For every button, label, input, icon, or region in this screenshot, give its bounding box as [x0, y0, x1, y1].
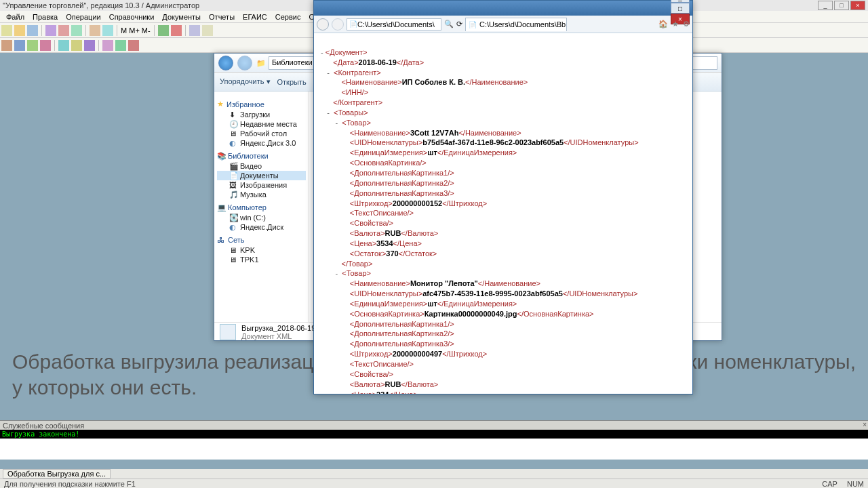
window-tabs: Обработка Выгрузка для с... [0, 469, 868, 479]
t2-icon[interactable] [128, 40, 139, 51]
t2-icon[interactable] [40, 40, 51, 51]
statusbar: Для получения подсказки нажмите F1 CAP N… [0, 479, 868, 488]
messages-panel: Служебные сообщения× Выгрузка закончена! [0, 420, 868, 460]
home-icon[interactable]: 🏠 [658, 20, 668, 28]
ie-window: _ □ × 📄 C:\Users\d\Documents\ 🔍 ⟳ 📄 C:\U… [313, 0, 693, 394]
music-icon: 🎵 [229, 190, 237, 199]
tree-item[interactable]: ◐Яндекс.Диск [217, 222, 306, 232]
tree-item[interactable]: 💽win (C:) [217, 213, 306, 222]
t2-icon[interactable] [71, 40, 82, 51]
tree-item-documents[interactable]: 📄Документы [217, 171, 306, 180]
close-button[interactable]: × [850, 1, 865, 10]
app-title: "Управление торговлей", редакция 10.3 / … [3, 1, 199, 9]
gear-icon[interactable]: ⚙ [683, 20, 690, 28]
pc-icon: 🖥 [229, 246, 237, 254]
stop-icon[interactable] [171, 25, 182, 36]
xml-file-icon [220, 324, 236, 340]
tree-item[interactable]: 🕘Недавние места [217, 119, 306, 129]
tree-item[interactable]: 🎵Музыка [217, 190, 306, 199]
num-indicator: NUM [847, 480, 864, 488]
tree-item[interactable]: 🖥Рабочий стол [217, 129, 306, 138]
print-icon[interactable] [90, 25, 100, 36]
ie-maximize-button[interactable]: □ [671, 3, 690, 14]
refresh-icon[interactable] [158, 25, 169, 36]
new-icon[interactable] [1, 25, 12, 36]
tree-item[interactable]: 🖥KPK [217, 245, 306, 255]
selected-file-type: Документ XML [241, 332, 315, 340]
cut-icon[interactable] [45, 25, 56, 36]
tree-item[interactable]: ⬇Загрузки [217, 110, 306, 119]
help-icon[interactable] [202, 25, 213, 36]
video-icon: 🎬 [229, 162, 237, 170]
menu-rep[interactable]: Отчеты [205, 12, 238, 22]
yadisk-icon: ◐ [229, 223, 237, 231]
maximize-button[interactable]: □ [834, 1, 849, 10]
messages-close-icon[interactable]: × [863, 421, 867, 428]
menu-doc[interactable]: Документы [159, 12, 204, 22]
minimize-button[interactable]: _ [818, 1, 833, 10]
menu-ops[interactable]: Операции [62, 12, 104, 22]
nav-back-icon[interactable] [218, 56, 233, 70]
t2-icon[interactable] [102, 40, 113, 51]
save-icon[interactable] [27, 25, 38, 36]
ie-tab[interactable]: 📄 C:\Users\d\Documents\Bbl...× [465, 18, 567, 31]
ie-fwd-icon[interactable] [332, 18, 344, 30]
ie-titlebar[interactable]: _ □ × [314, 1, 692, 16]
window-tab[interactable]: Обработка Выгрузка для с... [3, 469, 111, 479]
search-icon[interactable]: 🔍 [444, 20, 454, 28]
t2-icon[interactable] [1, 40, 12, 51]
tree-item[interactable]: ◐Яндекс.Диск 3.0 [217, 138, 306, 148]
t2-icon[interactable] [27, 40, 38, 51]
organize-button[interactable]: Упорядочить ▾ [220, 77, 271, 86]
yadisk-icon: ◐ [229, 139, 237, 147]
t2-icon[interactable] [14, 40, 25, 51]
paste-icon[interactable] [71, 25, 82, 36]
open-button[interactable]: Открыть [277, 78, 307, 86]
open-icon[interactable] [14, 25, 25, 36]
tree-item[interactable]: 🖥TPK1 [217, 255, 306, 264]
pc-icon: 🖥 [229, 256, 237, 264]
nav-fwd-icon[interactable] [237, 56, 252, 70]
star-icon: ★ [217, 100, 224, 108]
network-icon: 🖧 [217, 236, 225, 244]
t2-icon[interactable] [58, 40, 69, 51]
menu-file[interactable]: Файл [3, 12, 28, 22]
t2-icon[interactable] [84, 40, 95, 51]
config-icon[interactable] [189, 25, 200, 36]
menu-egais[interactable]: ЕГАИС [239, 12, 271, 22]
download-icon: ⬇ [229, 110, 237, 119]
message-line: Выгрузка закончена! [0, 430, 868, 439]
cap-indicator: CAP [822, 480, 837, 488]
status-hint: Для получения подсказки нажмите F1 [4, 480, 136, 488]
xml-viewer: - <Документ> <Дата>2018-06-19</Дата> - <… [314, 33, 692, 394]
messages-header: Служебные сообщения [3, 422, 84, 430]
tree-item[interactable]: 🖼Изображения [217, 180, 306, 190]
selected-file-name: Выгрузка_2018-06-19 [241, 324, 315, 332]
image-icon: 🖼 [229, 181, 237, 189]
calc-icon[interactable] [102, 25, 113, 36]
library-icon: 📚 [217, 152, 225, 160]
explorer-tree: ★Избранное ⬇Загрузки 🕘Недавние места 🖥Ра… [214, 92, 309, 322]
favorites-icon[interactable]: ★ [672, 20, 679, 28]
ie-address-input[interactable]: 📄 C:\Users\d\Documents\ [347, 18, 441, 30]
menu-svc[interactable]: Сервис [272, 12, 304, 22]
menu-ref[interactable]: Справочники [106, 12, 158, 22]
computer-icon: 💻 [217, 203, 225, 211]
tree-item[interactable]: 🎬Видео [217, 161, 306, 171]
doc-icon: 📄 [229, 171, 237, 180]
folder-icon: 📁 [256, 59, 264, 67]
drive-icon: 💽 [229, 214, 237, 222]
t2-icon[interactable] [115, 40, 126, 51]
recent-icon: 🕘 [229, 120, 237, 128]
ie-back-icon[interactable] [317, 18, 329, 30]
copy-icon[interactable] [58, 25, 69, 36]
refresh-icon[interactable]: ⟳ [456, 20, 462, 28]
menu-edit[interactable]: Правка [29, 12, 61, 22]
desktop-icon: 🖥 [229, 129, 237, 138]
